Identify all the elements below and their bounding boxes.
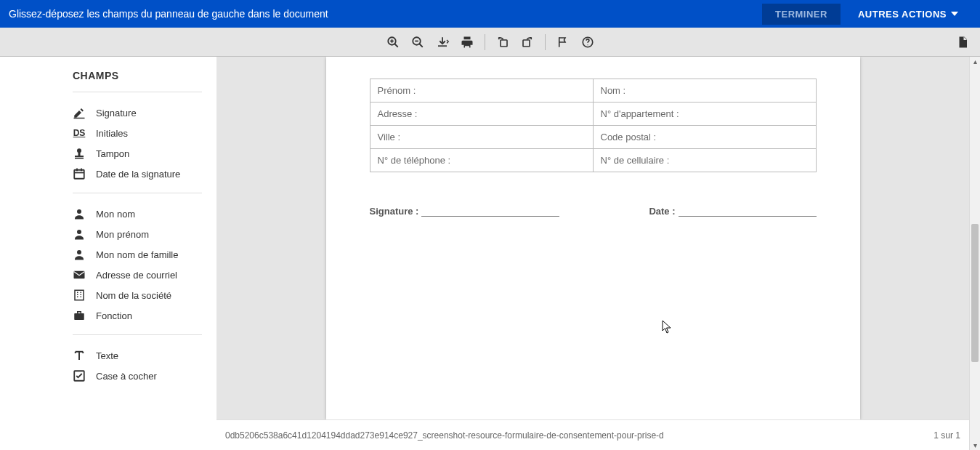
- svg-rect-23: [74, 271, 85, 279]
- field-label: Texte: [96, 350, 118, 361]
- field-my-name[interactable]: Mon nom: [73, 204, 202, 224]
- field-text[interactable]: Texte: [73, 345, 202, 366]
- person-icon: [73, 207, 86, 220]
- other-actions-label: AUTRES ACTIONS: [858, 9, 947, 20]
- signature-field: Signature :: [370, 206, 560, 217]
- text-icon: [73, 349, 86, 362]
- cell-appart: N° d'appartement :: [593, 103, 816, 126]
- field-group-identity: Mon nom Mon prénom Mon nom de famille Ad…: [73, 204, 202, 335]
- field-last-name[interactable]: Mon nom de famille: [73, 244, 202, 265]
- print-icon: [461, 36, 474, 49]
- table-row: Prénom : Nom :: [370, 79, 816, 103]
- cell-cell: N° de cellulaire :: [593, 149, 816, 172]
- zoom-in-button[interactable]: [383, 32, 403, 52]
- form-table: Prénom : Nom : Adresse : N° d'appartemen…: [370, 79, 817, 172]
- zoom-out-icon: [411, 36, 424, 49]
- svg-rect-15: [75, 158, 84, 159]
- signature-label: Signature :: [370, 206, 419, 217]
- date-label: Date :: [649, 206, 675, 217]
- scroll-up-icon: ▴: [970, 57, 980, 65]
- svg-point-12: [77, 148, 81, 153]
- field-label: Case à cocher: [96, 371, 157, 382]
- svg-rect-24: [75, 290, 84, 300]
- vertical-scrollbar[interactable]: ▴ ▾: [969, 57, 980, 450]
- signature-icon: [73, 106, 86, 119]
- cell-adresse: Adresse :: [370, 103, 593, 126]
- stamp-icon: [73, 147, 86, 160]
- rotate-right-button[interactable]: [517, 32, 538, 52]
- field-date-signed[interactable]: Date de la signature: [73, 164, 202, 184]
- cursor-icon: [662, 320, 672, 334]
- zoom-in-icon: [386, 36, 400, 49]
- table-row: Adresse : N° d'appartement :: [370, 103, 816, 126]
- download-button[interactable]: [432, 32, 453, 52]
- field-company[interactable]: Nom de la société: [73, 285, 202, 305]
- document-panel-button[interactable]: [952, 32, 973, 52]
- fields-panel: CHAMPS Signature DS Initiales Tampon: [0, 57, 216, 450]
- document-page[interactable]: Prénom : Nom : Adresse : N° d'appartemen…: [326, 57, 860, 419]
- field-checkbox[interactable]: Case à cocher: [73, 366, 202, 386]
- workspace: CHAMPS Signature DS Initiales Tampon: [0, 57, 980, 450]
- svg-rect-7: [501, 40, 507, 47]
- field-group-signature: Signature DS Initiales Tampon Date de la…: [73, 103, 202, 193]
- rotate-left-button[interactable]: [493, 32, 513, 52]
- document-canvas[interactable]: Prénom : Nom : Adresse : N° d'appartemen…: [216, 57, 969, 419]
- page-counter: 1 sur 1: [934, 430, 960, 441]
- person-icon: [73, 248, 86, 261]
- cell-tel: N° de téléphone :: [370, 149, 593, 172]
- scroll-down-icon: ▾: [970, 441, 980, 449]
- field-label: Mon nom de famille: [96, 249, 178, 260]
- toolbar-separator: [545, 34, 546, 50]
- print-button[interactable]: [457, 32, 477, 52]
- field-stamp[interactable]: Tampon: [73, 143, 202, 164]
- instruction-text: Glissez-déposez les champs du panneau de…: [9, 8, 328, 20]
- briefcase-icon: [73, 309, 86, 322]
- svg-point-22: [77, 250, 81, 254]
- svg-point-10: [587, 44, 588, 45]
- document-icon: [956, 36, 969, 49]
- document-footer: 0db5206c538a6c41d1204194ddad273e914ce927…: [216, 419, 969, 450]
- field-label: Date de la signature: [96, 169, 180, 180]
- field-label: Tampon: [96, 148, 129, 159]
- table-row: N° de téléphone : N° de cellulaire :: [370, 149, 816, 172]
- other-actions-button[interactable]: AUTRES ACTIONS: [858, 9, 958, 20]
- field-email[interactable]: Adresse de courriel: [73, 265, 202, 285]
- svg-rect-11: [74, 118, 85, 119]
- document-area: Prénom : Nom : Adresse : N° d'appartemen…: [216, 57, 969, 450]
- cell-ville: Ville :: [370, 126, 593, 149]
- svg-rect-31: [74, 313, 84, 320]
- zoom-out-button[interactable]: [408, 32, 428, 52]
- field-label: Mon prénom: [96, 229, 149, 240]
- initials-icon: DS: [73, 126, 86, 140]
- rotate-left-icon: [496, 36, 509, 49]
- svg-rect-14: [75, 156, 84, 157]
- field-first-name[interactable]: Mon prénom: [73, 224, 202, 244]
- signature-row: Signature : Date :: [370, 206, 817, 217]
- toolbar: [0, 28, 980, 57]
- flag-button[interactable]: [553, 32, 573, 52]
- svg-point-21: [77, 230, 81, 234]
- svg-point-20: [77, 209, 81, 214]
- rotate-right-icon: [521, 36, 534, 49]
- field-signature[interactable]: Signature: [73, 103, 202, 123]
- cell-prenom: Prénom :: [370, 79, 593, 103]
- field-label: Fonction: [96, 310, 132, 321]
- scroll-thumb[interactable]: [971, 224, 979, 362]
- toolbar-separator: [485, 34, 485, 50]
- svg-rect-8: [523, 40, 530, 47]
- table-row: Ville : Code postal :: [370, 126, 816, 149]
- help-icon: [581, 36, 594, 49]
- download-icon: [435, 36, 450, 49]
- field-initials[interactable]: DS Initiales: [73, 123, 202, 143]
- caret-down-icon: [951, 12, 958, 16]
- help-button[interactable]: [578, 32, 598, 52]
- finish-button[interactable]: TERMINER: [762, 4, 841, 25]
- top-bar: Glissez-déposez les champs du panneau de…: [0, 0, 980, 28]
- document-filename: 0db5206c538a6c41d1204194ddad273e914ce927…: [225, 430, 664, 441]
- svg-rect-13: [78, 153, 81, 156]
- field-title[interactable]: Fonction: [73, 305, 202, 326]
- person-icon: [73, 228, 86, 241]
- checkbox-icon: [73, 369, 86, 382]
- fields-panel-title: CHAMPS: [73, 70, 202, 92]
- field-label: Mon nom: [96, 209, 135, 220]
